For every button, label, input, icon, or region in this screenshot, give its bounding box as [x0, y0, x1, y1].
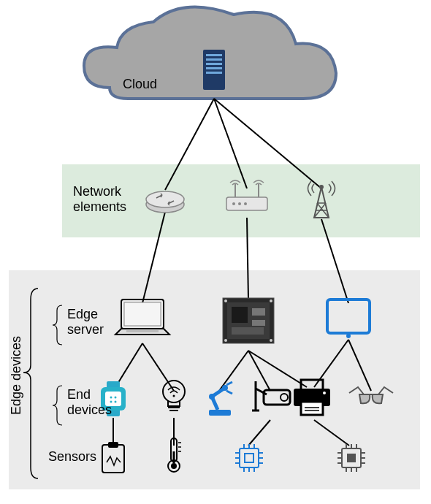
printer-icon: [294, 380, 330, 415]
smart-bulb-icon: [162, 380, 186, 412]
laptop-icon: [115, 299, 169, 336]
security-camera-icon: [252, 381, 291, 412]
clipboard-sensor-icon: [102, 442, 124, 473]
tablet-icon: [327, 299, 370, 339]
cloud-label: Cloud: [123, 77, 157, 92]
edge-devices-label: Edge devices: [9, 336, 24, 415]
cell-tower-icon: [308, 181, 335, 219]
server-icon: [203, 50, 225, 90]
network-elements-label: Network elements: [73, 184, 131, 215]
dev-board-icon: [223, 298, 274, 343]
wireless-router-icon: [226, 178, 267, 210]
edge-server-label: Edge server: [67, 307, 118, 337]
smartwatch-icon: [101, 381, 126, 416]
sensors-label: Sensors: [48, 449, 96, 465]
router-icon: [146, 186, 184, 213]
chip-icon: [337, 444, 365, 472]
chip-icon: [235, 444, 263, 472]
thermometer-icon: [168, 438, 183, 472]
smart-glasses-icon: [349, 387, 393, 406]
robot-arm-icon: [203, 383, 235, 416]
